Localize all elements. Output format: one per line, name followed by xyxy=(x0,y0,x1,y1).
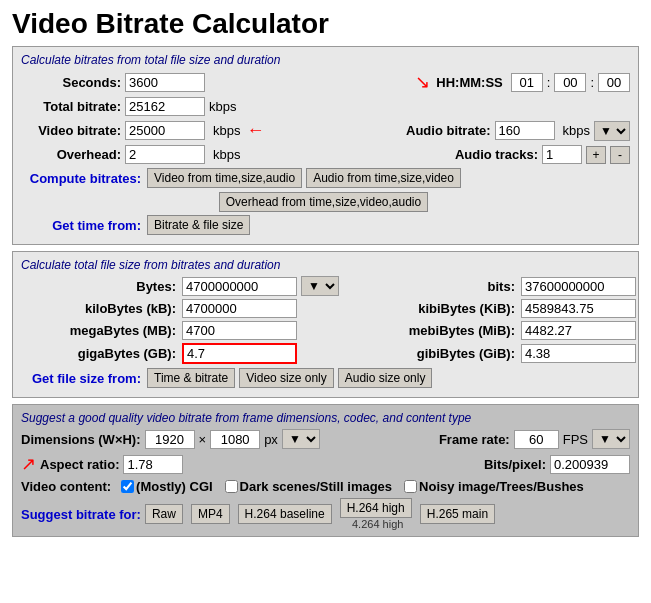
overhead-input[interactable] xyxy=(125,145,205,164)
fps-unit: FPS xyxy=(563,432,588,447)
bytes-dropdown[interactable]: ▼ xyxy=(301,276,339,296)
kib-label: kibiBytes (KiB): xyxy=(345,301,515,316)
hh-input[interactable] xyxy=(511,73,543,92)
dimensions-dropdown[interactable]: ▼ xyxy=(282,429,320,449)
dimensions-label: Dimensions (W×H): xyxy=(21,432,141,447)
audio-tracks-label: Audio tracks: xyxy=(455,147,538,162)
section2-filesize-calc: Calculate total file size from bitrates … xyxy=(12,251,639,398)
audio-tracks-plus[interactable]: + xyxy=(586,146,606,164)
mib-label: mebiBytes (MiB): xyxy=(345,323,515,338)
btn-video-from[interactable]: Video from time,size,audio xyxy=(147,168,302,188)
audio-tracks-minus[interactable]: - xyxy=(610,146,630,164)
mb-input[interactable] xyxy=(182,321,297,340)
suggest-for-label: Suggest bitrate for: xyxy=(21,507,141,522)
px-unit: px xyxy=(264,432,278,447)
audio-bitrate-dropdown[interactable]: ▼ xyxy=(594,121,630,141)
bitspixel-label: Bits/pixel: xyxy=(484,457,546,472)
get-time-label: Get time from: xyxy=(21,218,141,233)
audio-tracks-input[interactable] xyxy=(542,145,582,164)
framerate-label: Frame rate: xyxy=(439,432,510,447)
section3-title: Suggest a good quality video bitrate fro… xyxy=(21,411,630,425)
audio-bitrate-input[interactable] xyxy=(495,121,555,140)
audio-bitrate-label: Audio bitrate: xyxy=(406,123,491,138)
btn-overhead-from[interactable]: Overhead from time,size,video,audio xyxy=(219,192,428,212)
suggest-h265main-btn[interactable]: H.265 main xyxy=(420,504,495,524)
ss-input[interactable] xyxy=(598,73,630,92)
section1-title: Calculate bitrates from total file size … xyxy=(21,53,630,67)
btn-video-size[interactable]: Video size only xyxy=(239,368,334,388)
framerate-input[interactable] xyxy=(514,430,559,449)
gb-label: gigaBytes (GB): xyxy=(21,346,176,361)
total-bitrate-label: Total bitrate: xyxy=(21,99,121,114)
overhead-label: Overhead: xyxy=(21,147,121,162)
overhead-unit: kbps xyxy=(213,147,240,162)
page-title: Video Bitrate Calculator xyxy=(12,8,639,40)
content-noisy[interactable]: Noisy image/Trees/Bushes xyxy=(404,479,584,494)
btn-audio-from[interactable]: Audio from time,size,video xyxy=(306,168,461,188)
bytes-label: Bytes: xyxy=(21,279,176,294)
bitspixel-input[interactable] xyxy=(550,455,630,474)
btn-time-bitrate[interactable]: Time & bitrate xyxy=(147,368,235,388)
content-dark[interactable]: Dark scenes/Still images xyxy=(225,479,392,494)
mm-input[interactable] xyxy=(554,73,586,92)
total-bitrate-unit: kbps xyxy=(209,99,236,114)
height-input[interactable] xyxy=(210,430,260,449)
gib-label: gibiBytes (GiB): xyxy=(345,346,515,361)
btn-audio-size[interactable]: Audio size only xyxy=(338,368,433,388)
kb-label: kiloBytes (kB): xyxy=(21,301,176,316)
hhmmss-label: HH:MM:SS xyxy=(436,75,502,90)
mb-label: megaBytes (MB): xyxy=(21,323,176,338)
video-bitrate-input[interactable] xyxy=(125,121,205,140)
checkbox-dark[interactable] xyxy=(225,480,238,493)
gb-input[interactable] xyxy=(182,343,297,364)
compute-label: Compute bitrates: xyxy=(21,171,141,186)
audio-bitrate-unit: kbps xyxy=(563,123,590,138)
section1-bitrate-calc: Calculate bitrates from total file size … xyxy=(12,46,639,245)
video-bitrate-label: Video bitrate: xyxy=(21,123,121,138)
bits-input[interactable] xyxy=(521,277,636,296)
kib-input[interactable] xyxy=(521,299,636,318)
seconds-label: Seconds: xyxy=(21,75,121,90)
width-input[interactable] xyxy=(145,430,195,449)
gib-input[interactable] xyxy=(521,344,636,363)
suggest-mp4-btn[interactable]: MP4 xyxy=(191,504,230,524)
suggest-h264high-btn[interactable]: H.264 high xyxy=(340,498,412,518)
bits-label: bits: xyxy=(345,279,515,294)
kb-input[interactable] xyxy=(182,299,297,318)
video-bitrate-unit: kbps xyxy=(213,123,240,138)
section3-suggest-bitrate: Suggest a good quality video bitrate fro… xyxy=(12,404,639,537)
aspect-label: Aspect ratio: xyxy=(40,457,119,472)
checkbox-cgi[interactable] xyxy=(121,480,134,493)
video-content-label: Video content: xyxy=(21,479,111,494)
suggest-h264base-btn[interactable]: H.264 baseline xyxy=(238,504,332,524)
h264high-note: 4.264 high xyxy=(352,518,403,530)
mib-input[interactable] xyxy=(521,321,636,340)
aspect-input[interactable] xyxy=(123,455,183,474)
section2-title: Calculate total file size from bitrates … xyxy=(21,258,630,272)
content-cgi[interactable]: (Mostly) CGI xyxy=(121,479,213,494)
total-bitrate-input[interactable] xyxy=(125,97,205,116)
get-filesize-label: Get file size from: xyxy=(21,371,141,386)
bytes-input[interactable] xyxy=(182,277,297,296)
checkbox-noisy[interactable] xyxy=(404,480,417,493)
seconds-input[interactable] xyxy=(125,73,205,92)
fps-dropdown[interactable]: ▼ xyxy=(592,429,630,449)
btn-bitrate-filesize[interactable]: Bitrate & file size xyxy=(147,215,250,235)
suggest-raw-btn[interactable]: Raw xyxy=(145,504,183,524)
